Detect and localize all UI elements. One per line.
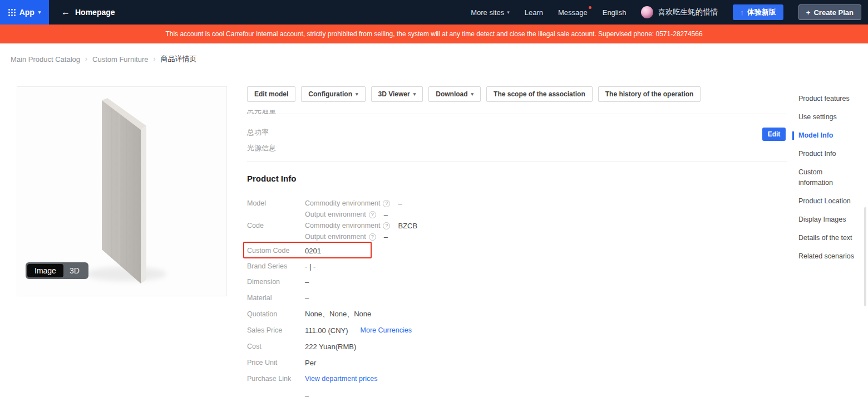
notification-badge — [589, 6, 591, 9]
field-value: 222 Yuan(RMB) — [305, 343, 356, 351]
app-menu-button[interactable]: App ▾ — [0, 0, 49, 25]
field-value: – — [384, 233, 388, 241]
back-arrow-icon: ← — [61, 8, 70, 17]
image-tab[interactable]: Image — [27, 264, 63, 277]
field-cost: Cost 222 Yuan(RMB) — [247, 341, 356, 351]
chevron-down-icon: ▾ — [356, 92, 358, 97]
chevron-down-icon: ▾ — [38, 10, 41, 15]
chevron-down-icon: ▾ — [507, 10, 510, 15]
breadcrumb-item-current: 商品详情页 — [160, 54, 196, 64]
plus-icon: + — [806, 8, 811, 17]
user-account[interactable]: 喜欢吃生蚝的惜惜 — [641, 6, 718, 18]
field-model-output: Output environment ? – — [247, 209, 388, 219]
field-value: BZCB — [398, 222, 417, 230]
sidebar-item-custom-information[interactable]: Custom information — [798, 167, 843, 188]
help-icon[interactable]: ? — [383, 200, 390, 207]
sidebar-item-product-info[interactable]: Product Info — [798, 149, 865, 159]
top-navbar: App ▾ ← Homepage More sites ▾ Learn Mess… — [0, 0, 868, 25]
try-new-version-button[interactable]: ↑ 体验新版 — [733, 4, 783, 20]
scrollbar-thumb[interactable] — [864, 207, 866, 306]
navbar-right-group: More sites ▾ Learn Message English 喜欢吃生蚝… — [471, 4, 868, 20]
edit-model-button[interactable]: Edit model — [247, 86, 295, 102]
edit-button[interactable]: Edit — [762, 128, 786, 141]
breadcrumb: Main Product Catalog › Custom Furniture … — [11, 54, 196, 64]
field-brand-series: Brand Series - | - — [247, 261, 315, 271]
field-extra: – — [247, 391, 309, 401]
field-value: Per — [305, 359, 316, 367]
field-label: Code — [247, 222, 305, 229]
field-code-output: Output environment ? – — [247, 232, 388, 242]
sidebar-item-product-location[interactable]: Product Location — [798, 196, 865, 207]
sidebar-item-details-of-text[interactable]: Details of the text — [798, 233, 865, 243]
section-nav-sidebar: Product features Use settings Model Info… — [798, 94, 865, 262]
create-plan-button[interactable]: + Create Plan — [798, 4, 861, 20]
custom-code-value: 0201 — [305, 247, 321, 255]
field-label: Sales Price — [247, 326, 305, 334]
viewer-mode-toggle: Image 3D — [26, 262, 88, 279]
section-divider — [247, 114, 787, 114]
up-arrow-icon: ↑ — [740, 8, 744, 17]
section-divider — [247, 161, 787, 162]
field-value: – — [305, 392, 309, 400]
breadcrumb-item-catalog[interactable]: Main Product Catalog — [11, 55, 80, 63]
sidebar-item-display-images[interactable]: Display Images — [798, 214, 865, 225]
field-model-commodity: Model Commodity environment ? – — [247, 198, 402, 208]
field-material: Material – — [247, 293, 309, 303]
help-icon[interactable]: ? — [369, 211, 376, 218]
account-warning-banner: This account is cool Carrefour internal … — [0, 25, 868, 43]
field-code-commodity: Code Commodity environment ? BZCB — [247, 221, 417, 231]
field-label: Brand Series — [247, 262, 305, 270]
help-icon[interactable]: ? — [383, 222, 390, 229]
action-toolbar: Edit model Configuration ▾ 3D Viewer ▾ D… — [247, 86, 701, 102]
field-custom-code: Custom Code 0201 — [247, 246, 321, 256]
sidebar-item-product-features[interactable]: Product features — [798, 94, 865, 104]
username: 喜欢吃生蚝的惜惜 — [658, 7, 718, 17]
3d-viewer-dropdown[interactable]: 3D Viewer ▾ — [371, 86, 423, 102]
more-sites-menu[interactable]: More sites ▾ — [471, 8, 510, 17]
sidebar-item-related-scenarios[interactable]: Related scenarios — [798, 251, 865, 262]
sidebar-item-model-info[interactable]: Model Info — [798, 130, 865, 141]
field-label: Price Unit — [247, 359, 305, 366]
field-dimension: Dimension – — [247, 277, 309, 287]
chevron-down-icon: ▾ — [471, 92, 474, 97]
breadcrumb-separator: › — [153, 55, 155, 63]
field-value: – — [305, 278, 309, 286]
view-department-prices-link[interactable]: View department prices — [305, 375, 377, 383]
more-currencies-link[interactable]: More Currencies — [361, 326, 412, 334]
active-indicator — [792, 131, 794, 140]
field-value: – — [398, 199, 402, 208]
warning-text: This account is cool Carrefour internal … — [165, 30, 702, 38]
field-value: None、None、None — [305, 309, 371, 319]
field-value: - | - — [305, 262, 315, 271]
operation-history-button[interactable]: The history of the operation — [598, 86, 701, 102]
language-selector[interactable]: English — [603, 8, 627, 17]
message-link[interactable]: Message — [558, 8, 588, 17]
homepage-nav[interactable]: ← Homepage — [61, 8, 115, 17]
3d-tab[interactable]: 3D — [63, 264, 87, 277]
avatar — [641, 6, 653, 18]
grid-icon — [8, 9, 16, 16]
learn-link[interactable]: Learn — [525, 8, 543, 17]
field-label: Quotation — [247, 310, 305, 318]
app-label: App — [19, 8, 34, 17]
association-scope-button[interactable]: The scope of the association — [486, 86, 593, 102]
field-value: 111.00 (CNY) — [305, 326, 348, 335]
configuration-dropdown[interactable]: Configuration ▾ — [301, 86, 365, 102]
download-dropdown[interactable]: Download ▾ — [428, 86, 481, 102]
product-image-viewer: Image 3D — [17, 86, 227, 296]
field-sales-price: Sales Price 111.00 (CNY) More Currencies — [247, 325, 412, 335]
breadcrumb-item-custom-furniture[interactable]: Custom Furniture — [92, 55, 148, 63]
breadcrumb-separator: › — [85, 55, 87, 63]
sidebar-item-use-settings[interactable]: Use settings — [798, 112, 865, 123]
help-icon[interactable]: ? — [369, 233, 376, 241]
field-purchase-link: Purchase Link View department prices — [247, 374, 377, 384]
field-quotation: Quotation None、None、None — [247, 309, 371, 319]
field-price-unit: Price Unit Per — [247, 358, 316, 368]
light-source-label: 光源信息 — [247, 143, 276, 153]
total-power-label: 总功率 — [247, 128, 269, 138]
chevron-down-icon: ▾ — [413, 92, 416, 97]
field-label: Dimension — [247, 278, 305, 286]
field-value: – — [305, 294, 309, 302]
product-info-title: Product Info — [247, 174, 296, 183]
clipped-row-luminous-flux: 总光通量 — [247, 110, 276, 116]
